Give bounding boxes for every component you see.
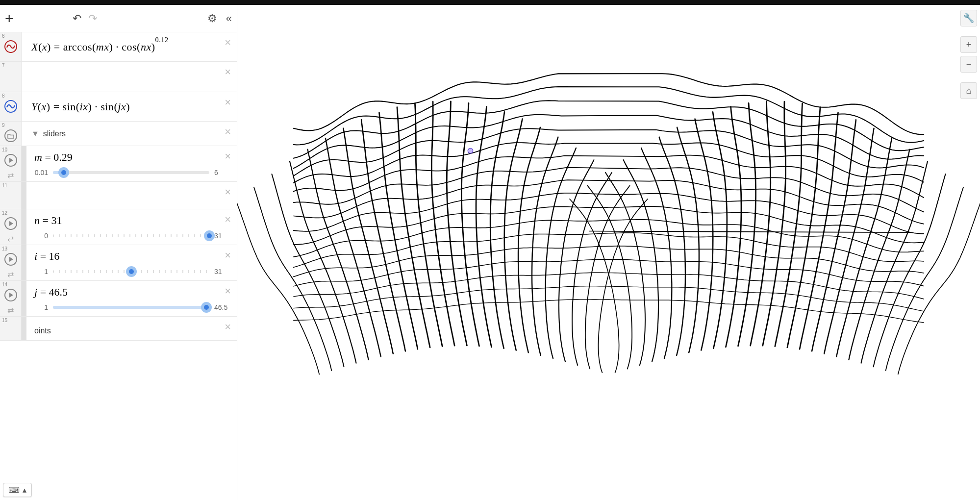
folder-body[interactable]: × ▼ sliders bbox=[22, 122, 237, 146]
slider-track[interactable] bbox=[53, 306, 209, 309]
expression-row[interactable]: 8 × Y(x) = sin(ix) · sin(jx) bbox=[0, 92, 237, 122]
delete-row-button[interactable]: × bbox=[225, 150, 231, 163]
row-gutter: 9 bbox=[0, 122, 22, 146]
slider-row[interactable]: 13 ⇄ × i = 16 1 31 bbox=[0, 245, 237, 281]
play-slider-button[interactable] bbox=[4, 154, 17, 167]
slider-body[interactable]: × n = 31 0 31 bbox=[22, 209, 237, 245]
graph-svg bbox=[237, 5, 980, 500]
slider-row[interactable]: 10 ⇄ × m = 0.29 0.01 6 bbox=[0, 146, 237, 182]
slider-body[interactable]: × j = 46.5 1 46.5 bbox=[22, 281, 237, 316]
curve-color-icon[interactable] bbox=[4, 40, 17, 53]
keypad-toggle-button[interactable]: ⌨ ▴ bbox=[3, 483, 32, 497]
slider-max[interactable]: 31 bbox=[214, 232, 228, 240]
undo-button[interactable]: ↶ bbox=[73, 12, 81, 25]
expression-row[interactable]: 11 × bbox=[0, 182, 237, 209]
folder-body[interactable]: × oints bbox=[22, 317, 237, 340]
folder-name: sliders bbox=[43, 129, 66, 138]
slider-thumb[interactable] bbox=[58, 167, 69, 178]
expression-body[interactable]: × bbox=[22, 62, 237, 92]
expression-body[interactable]: × X(x) = arccos(mx) · cos(nx)0.12 bbox=[22, 32, 237, 61]
delete-row-button[interactable]: × bbox=[225, 249, 231, 262]
row-number: 7 bbox=[2, 63, 5, 68]
play-slider-button[interactable] bbox=[4, 289, 17, 301]
slider-min[interactable]: 1 bbox=[34, 303, 48, 311]
slider-min[interactable]: 1 bbox=[34, 268, 48, 275]
redo-button[interactable]: ↷ bbox=[88, 12, 97, 25]
slider-control[interactable]: 0 31 bbox=[34, 232, 228, 240]
slider-max[interactable]: 46.5 bbox=[214, 303, 228, 311]
graph-settings-button[interactable]: 🔧 bbox=[960, 10, 977, 26]
expression-row[interactable]: 6 × X(x) = arccos(mx) · cos(nx)0.12 bbox=[0, 32, 237, 62]
loop-mode-icon[interactable]: ⇄ bbox=[7, 171, 14, 180]
row-number: 8 bbox=[2, 93, 5, 99]
slider-row[interactable]: 14 ⇄ × j = 46.5 1 46.5 bbox=[0, 281, 237, 317]
expression-formula[interactable]: X(x) = arccos(mx) · cos(nx)0.12 bbox=[31, 40, 228, 53]
folder-label[interactable]: ▼ sliders bbox=[31, 129, 228, 138]
slider-value-label[interactable]: j = 46.5 bbox=[34, 286, 228, 299]
slider-track[interactable] bbox=[53, 270, 209, 273]
slider-body[interactable]: × i = 16 1 31 bbox=[22, 245, 237, 280]
delete-row-button[interactable]: × bbox=[225, 96, 231, 109]
row-number: 14 bbox=[2, 282, 7, 287]
row-gutter: 11 bbox=[0, 182, 22, 209]
collapse-panel-button[interactable]: « bbox=[226, 12, 232, 25]
slider-value-label[interactable]: n = 31 bbox=[34, 214, 228, 227]
slider-min[interactable]: 0 bbox=[34, 232, 48, 240]
slider-control[interactable]: 1 46.5 bbox=[34, 303, 228, 311]
delete-row-button[interactable]: × bbox=[225, 125, 231, 138]
slider-body[interactable]: × m = 0.29 0.01 6 bbox=[22, 146, 237, 181]
graph-canvas[interactable]: 🔧 + − ⌂ bbox=[237, 5, 980, 500]
delete-row-button[interactable]: × bbox=[225, 66, 231, 78]
slider-thumb[interactable] bbox=[201, 302, 212, 313]
row-gutter: 7 bbox=[0, 62, 22, 92]
slider-value-label[interactable]: i = 16 bbox=[34, 250, 228, 263]
keyboard-icon: ⌨ bbox=[8, 485, 20, 495]
zoom-out-button[interactable]: − bbox=[960, 56, 977, 73]
expression-list: 6 × X(x) = arccos(mx) · cos(nx)0.12 7 bbox=[0, 32, 237, 500]
slider-thumb[interactable] bbox=[204, 230, 215, 241]
home-button[interactable]: ⌂ bbox=[960, 82, 977, 99]
folder-row[interactable]: 9 × ▼ sliders bbox=[0, 122, 237, 146]
zoom-in-button[interactable]: + bbox=[960, 36, 977, 53]
delete-row-button[interactable]: × bbox=[225, 285, 231, 298]
slider-control[interactable]: 0.01 6 bbox=[34, 169, 228, 176]
slider-value-label[interactable]: m = 0.29 bbox=[34, 151, 228, 164]
exponent: 0.12 bbox=[155, 36, 169, 44]
settings-gear-icon[interactable]: ⚙ bbox=[207, 12, 217, 25]
folder-row[interactable]: 15 × oints bbox=[0, 317, 237, 341]
delete-row-button[interactable]: × bbox=[225, 186, 231, 199]
row-number: 6 bbox=[2, 33, 5, 39]
slider-track[interactable] bbox=[53, 234, 209, 237]
slider-thumb[interactable] bbox=[126, 266, 137, 277]
row-gutter: 12 ⇄ bbox=[0, 209, 22, 245]
delete-row-button[interactable]: × bbox=[225, 321, 231, 333]
panel-toolbar: + ↶ ↷ ⚙ « bbox=[0, 5, 237, 32]
row-number: 12 bbox=[2, 210, 7, 216]
expression-body[interactable]: × Y(x) = sin(ix) · sin(jx) bbox=[22, 92, 237, 121]
delete-row-button[interactable]: × bbox=[225, 36, 231, 49]
svg-point-0 bbox=[468, 148, 473, 153]
folder-icon[interactable] bbox=[4, 129, 17, 142]
slider-track[interactable] bbox=[53, 171, 209, 174]
row-gutter: 10 ⇄ bbox=[0, 146, 22, 181]
slider-row[interactable]: 12 ⇄ × n = 31 0 31 bbox=[0, 209, 237, 245]
slider-max[interactable]: 31 bbox=[214, 268, 228, 275]
window-top-bar bbox=[0, 0, 980, 5]
expression-formula[interactable]: Y(x) = sin(ix) · sin(jx) bbox=[31, 100, 228, 113]
add-expression-button[interactable]: + bbox=[5, 10, 14, 27]
slider-min[interactable]: 0.01 bbox=[34, 169, 48, 176]
row-gutter: 8 bbox=[0, 92, 22, 121]
curve-color-icon[interactable] bbox=[4, 100, 17, 113]
expression-body[interactable]: × bbox=[22, 182, 237, 209]
loop-mode-icon[interactable]: ⇄ bbox=[7, 234, 14, 243]
loop-mode-icon[interactable]: ⇄ bbox=[7, 305, 14, 315]
expression-row[interactable]: 7 × bbox=[0, 62, 237, 92]
play-slider-button[interactable] bbox=[4, 217, 17, 230]
slider-max[interactable]: 6 bbox=[214, 169, 228, 176]
play-slider-button[interactable] bbox=[4, 253, 17, 266]
loop-mode-icon[interactable]: ⇄ bbox=[7, 270, 14, 279]
delete-row-button[interactable]: × bbox=[225, 213, 231, 226]
caret-down-icon[interactable]: ▼ bbox=[31, 129, 39, 138]
row-number: 13 bbox=[2, 246, 7, 251]
slider-control[interactable]: 1 31 bbox=[34, 268, 228, 275]
